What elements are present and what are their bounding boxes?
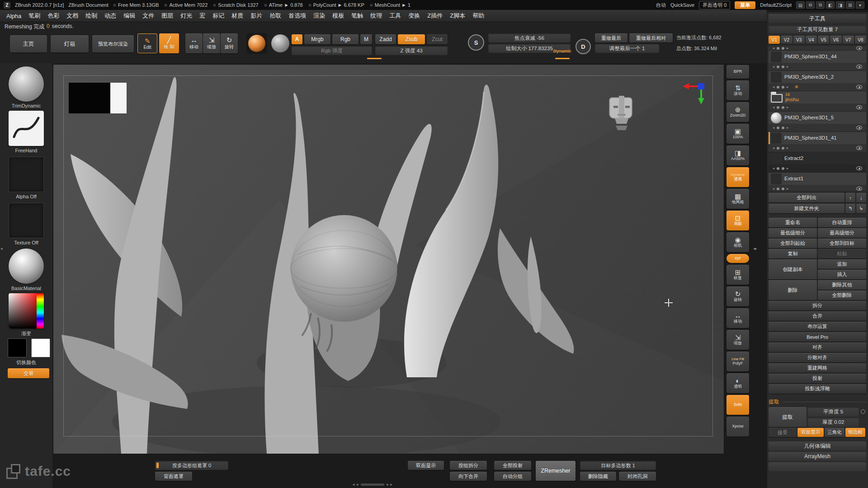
menu-item[interactable]: 绘制: [82, 10, 101, 22]
primary-color-swatch[interactable]: [8, 338, 27, 357]
stroke-thumbnail[interactable]: [9, 111, 44, 146]
scroll-thumb[interactable]: [361, 483, 384, 486]
adjust-last-slider[interactable]: 调整最后一个 1: [595, 44, 659, 53]
project-section[interactable]: 投射: [769, 374, 866, 383]
panel-section-header[interactable]: ArrayMesh: [769, 452, 866, 461]
lowest-subdiv-button[interactable]: 最低级细分: [769, 228, 817, 238]
frame-button[interactable]: ⊞ 框显: [726, 265, 749, 285]
version-button[interactable]: V6: [830, 36, 841, 44]
subtool-item[interactable]: Extract1 ✳: [769, 173, 866, 191]
toggle-dot[interactable]: [782, 47, 784, 50]
material-thumbnail-large[interactable]: [9, 249, 44, 284]
focal-shift-slider[interactable]: 焦点衰减 -56: [488, 33, 571, 42]
version-button[interactable]: V1: [769, 36, 780, 44]
home-button[interactable]: 主页: [10, 35, 47, 52]
visibility-eye-icon[interactable]: [856, 187, 862, 191]
actual-size-button[interactable]: ▣ 100%: [726, 124, 749, 144]
grid-icon[interactable]: ⊞: [846, 1, 854, 9]
dock-right-icon[interactable]: ◨: [836, 1, 844, 9]
menu-button[interactable]: 菜单: [735, 1, 755, 9]
local-pivot-button[interactable]: ⊡ 局部: [726, 211, 749, 230]
material-thumbnail[interactable]: [246, 33, 267, 54]
version-button[interactable]: V4: [806, 36, 817, 44]
subtool-controls[interactable]: ✳: [769, 164, 866, 172]
subtool-thumbnail[interactable]: [771, 153, 782, 164]
quicksave-button[interactable]: QuickSave: [670, 2, 694, 8]
highest-subdiv-button[interactable]: 最高级细分: [818, 228, 866, 238]
subtool-row[interactable]: PM3D_Sphere3D1_2: [769, 71, 866, 83]
thickness-slider[interactable]: 厚度 0.02: [807, 418, 859, 427]
new-folder-button[interactable]: 新建文件夹: [769, 204, 844, 213]
hue-strip[interactable]: [37, 293, 44, 328]
menu-item[interactable]: 笔触: [348, 10, 367, 22]
zremesher-button[interactable]: ZRemesher: [536, 461, 576, 481]
subtool-controls[interactable]: ✳: [769, 144, 866, 152]
bevel-pro-section[interactable]: Bevel Pro: [769, 332, 866, 342]
toggle-dot[interactable]: [782, 106, 784, 109]
delete-button[interactable]: 删除: [769, 280, 817, 300]
menu-item[interactable]: 材质: [228, 10, 247, 22]
subtool-controls[interactable]: ✳: [769, 103, 866, 111]
toggle-dot[interactable]: [782, 147, 784, 150]
subtool-controls[interactable]: ✳: [769, 124, 866, 131]
boolean-section[interactable]: 布尔运算: [769, 322, 866, 331]
left-panel-collapse-handle[interactable]: ◂: [0, 246, 2, 251]
bas-relief-section[interactable]: 投影浅浮雕: [769, 384, 866, 394]
extract-button[interactable]: 提取: [769, 407, 807, 427]
subtool-item[interactable]: 16 jinshu ✳: [769, 91, 866, 111]
toggle-dot[interactable]: [777, 127, 779, 129]
toggle-dot[interactable]: [777, 66, 779, 68]
menu-item[interactable]: Z插件: [424, 10, 446, 22]
align-section[interactable]: 对齐: [769, 343, 866, 352]
auto-group-button[interactable]: 自动分组: [494, 472, 531, 481]
draw-button[interactable]: ╱ 绘 制: [159, 33, 179, 53]
menu-item[interactable]: 工具: [386, 10, 405, 22]
menu-item[interactable]: 变换: [405, 10, 424, 22]
transparency-button[interactable]: ◐ 透明: [726, 373, 749, 393]
secondary-color-swatch[interactable]: [31, 338, 50, 357]
version-button[interactable]: V3: [793, 36, 805, 44]
menu-item[interactable]: 影片: [247, 10, 266, 22]
subtool-row[interactable]: 16 jinshu: [769, 91, 866, 103]
delete-all-button[interactable]: 全部删除: [818, 291, 866, 300]
all-to-start-button[interactable]: 全部到起始: [769, 239, 817, 248]
right-panel-collapse-handle[interactable]: ◂◂: [753, 246, 755, 251]
auto-label[interactable]: 自动: [656, 2, 666, 9]
dynamic-label[interactable]: Dynamic: [553, 48, 571, 53]
perspective-button[interactable]: Dynamic 透视: [726, 167, 749, 187]
version-button[interactable]: V2: [781, 36, 792, 44]
move-up-button[interactable]: ↑: [845, 193, 855, 202]
menu-item[interactable]: 标记: [209, 10, 228, 22]
rgb-intensity-slider[interactable]: Rgb 强度: [292, 46, 372, 55]
subtool-row[interactable]: PM3D_Sphere3D1_44: [769, 51, 866, 63]
xyz-axis-button[interactable]: xyz: [726, 254, 749, 263]
merge-section[interactable]: 合并: [769, 311, 866, 321]
menu-item[interactable]: 色彩: [44, 10, 63, 22]
menu-item[interactable]: 文件: [139, 10, 158, 22]
backface-mask-button[interactable]: 背面遮罩: [155, 472, 192, 481]
menu-item[interactable]: 编辑: [120, 10, 139, 22]
zsub-button[interactable]: Zsub: [398, 34, 425, 44]
layout-icon[interactable]: ⧉: [816, 1, 825, 9]
menu-item[interactable]: 帮助: [469, 10, 488, 22]
menu-item[interactable]: 宏: [196, 10, 209, 22]
subtool-controls-partial[interactable]: [769, 46, 866, 50]
density-badge[interactable]: D: [576, 39, 591, 54]
boolean-preview-button[interactable]: 预览布尔渲染: [92, 35, 134, 52]
extract-section-header[interactable]: 提取: [769, 398, 866, 405]
version-button[interactable]: V5: [818, 36, 829, 44]
append-button[interactable]: 追加: [818, 259, 866, 269]
zcut-button[interactable]: Zcut: [427, 34, 448, 44]
scroll-left-icon[interactable]: [352, 483, 359, 487]
solo-button[interactable]: Solo: [726, 395, 749, 415]
double-sided-button[interactable]: 双面显示: [797, 428, 824, 437]
redo-last-button[interactable]: 重做最后: [595, 33, 627, 42]
aa-half-button[interactable]: ◨ AA50%: [726, 145, 749, 165]
rotate-view-button[interactable]: ↻ 旋转: [726, 286, 749, 306]
accept-button[interactable]: 接受: [769, 428, 797, 437]
auto-reorder-button[interactable]: 自动重排: [818, 218, 866, 227]
redo-relative-button[interactable]: 重做最后相对: [629, 33, 673, 42]
menu-item[interactable]: 模板: [329, 10, 348, 22]
split-section[interactable]: 拆分: [769, 301, 866, 310]
double-sided-display-button[interactable]: 双面显示: [408, 461, 444, 470]
